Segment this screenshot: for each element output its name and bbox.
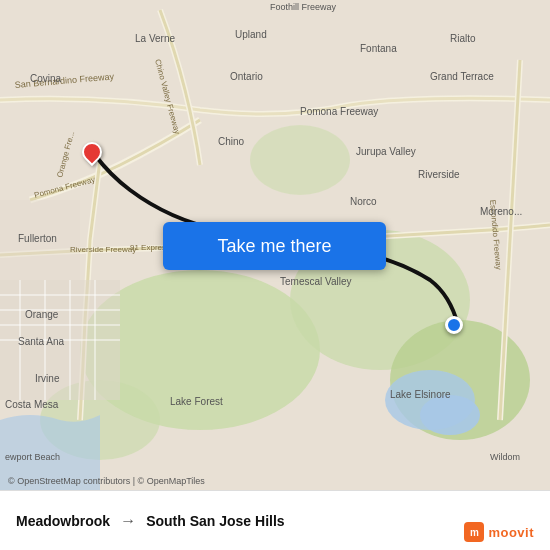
svg-text:Upland: Upland	[235, 29, 267, 40]
svg-text:La Verne: La Verne	[135, 33, 175, 44]
svg-text:Norco: Norco	[350, 196, 377, 207]
svg-text:Lake Forest: Lake Forest	[170, 396, 223, 407]
svg-text:Moreno...: Moreno...	[480, 206, 522, 217]
svg-text:Temescal Valley: Temescal Valley	[280, 276, 352, 287]
svg-text:Grand Terrace: Grand Terrace	[430, 71, 494, 82]
svg-text:Wildom: Wildom	[490, 452, 520, 462]
moovit-icon: m	[464, 522, 484, 542]
origin-label: Meadowbrook	[16, 513, 110, 529]
svg-text:Costa Mesa: Costa Mesa	[5, 399, 59, 410]
svg-text:Pomona Freeway: Pomona Freeway	[300, 106, 378, 117]
svg-text:Santa Ana: Santa Ana	[18, 336, 65, 347]
route-bar: Meadowbrook → South San Jose Hills m moo…	[0, 490, 550, 550]
svg-text:Fontana: Fontana	[360, 43, 397, 54]
svg-text:Chino: Chino	[218, 136, 245, 147]
svg-text:Fullerton: Fullerton	[18, 233, 57, 244]
destination-pin	[445, 316, 463, 334]
svg-text:Jurupa Valley: Jurupa Valley	[356, 146, 416, 157]
svg-text:Rialto: Rialto	[450, 33, 476, 44]
svg-point-5	[250, 125, 350, 195]
map-view: San Bernardino Freeway Pomona Freeway Or…	[0, 0, 550, 490]
origin-pin	[82, 142, 102, 162]
svg-text:Ontario: Ontario	[230, 71, 263, 82]
route-arrow-icon: →	[120, 512, 136, 530]
svg-text:Riverside Freeway: Riverside Freeway	[70, 245, 136, 254]
svg-text:Riverside: Riverside	[418, 169, 460, 180]
moovit-logo: m moovit	[464, 522, 534, 542]
destination-label: South San Jose Hills	[146, 513, 284, 529]
svg-point-7	[420, 395, 480, 435]
svg-text:Foothill Freeway: Foothill Freeway	[270, 2, 337, 12]
svg-text:Orange: Orange	[25, 309, 59, 320]
svg-text:ewport Beach: ewport Beach	[5, 452, 60, 462]
svg-text:Irvine: Irvine	[35, 373, 60, 384]
svg-text:Covina: Covina	[30, 73, 62, 84]
take-me-there-button[interactable]: Take me there	[163, 222, 386, 270]
moovit-brand-text: moovit	[488, 525, 534, 540]
map-attribution: © OpenStreetMap contributors | © OpenMap…	[8, 476, 205, 486]
svg-text:Lake Elsinore: Lake Elsinore	[390, 389, 451, 400]
